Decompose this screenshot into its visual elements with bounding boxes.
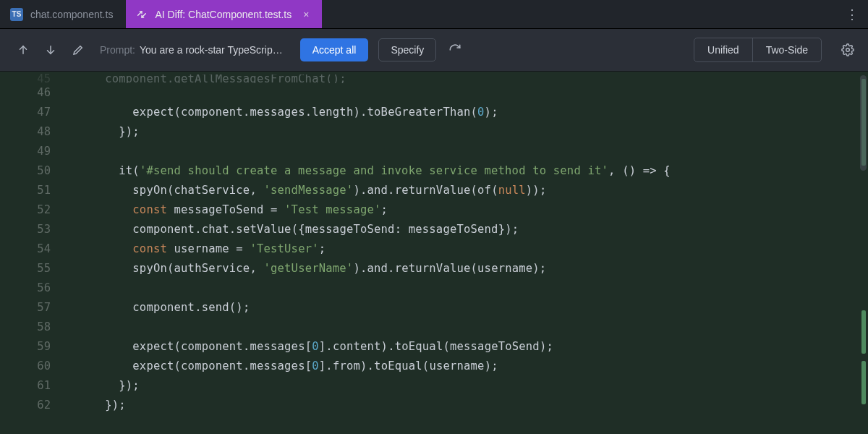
line-number-gutter: 454647484950515253545556575859606162 — [0, 72, 64, 434]
code-line[interactable] — [64, 318, 868, 337]
code-line[interactable]: const username = 'TestUser'; — [64, 239, 868, 259]
line-number: 48 — [0, 122, 51, 142]
code-line[interactable]: }); — [64, 122, 868, 142]
tab-overflow-menu[interactable]: ⋮ — [836, 0, 868, 28]
svg-point-0 — [846, 48, 850, 52]
code-line[interactable]: expect(component.messages[0].content).to… — [64, 337, 868, 357]
edit-prompt-icon[interactable] — [69, 41, 87, 59]
code-content[interactable]: component.getAllMessagesFromChat(); expe… — [64, 72, 868, 434]
tab-label: AI Diff: ChatComponent.test.ts — [155, 9, 292, 20]
code-line[interactable]: const messageToSend = 'Test message'; — [64, 200, 868, 220]
line-number: 59 — [0, 337, 51, 357]
line-number: 52 — [0, 200, 51, 220]
specify-button[interactable]: Specify — [378, 38, 436, 61]
line-number: 62 — [0, 396, 51, 415]
diff-view-toggle: Unified Two-Side — [694, 38, 822, 62]
code-line[interactable]: expect(component.messages[0].from).toEqu… — [64, 357, 868, 376]
code-line[interactable]: spyOn(authService, 'getUserName').and.re… — [64, 259, 868, 278]
tab-ai-diff[interactable]: AI Diff: ChatComponent.test.ts × — [126, 0, 322, 28]
view-two-side-button[interactable]: Two-Side — [752, 38, 821, 61]
line-number: 57 — [0, 298, 51, 318]
code-line[interactable]: it('#send should create a message and in… — [64, 161, 868, 181]
prompt-text: You are a rock-star TypeScrip… — [140, 44, 283, 56]
next-change-icon[interactable] — [42, 41, 59, 59]
line-number: 50 — [0, 161, 51, 181]
regenerate-icon[interactable] — [446, 41, 464, 59]
line-number: 56 — [0, 278, 51, 298]
scrollbar-thumb[interactable] — [860, 75, 867, 171]
diff-toolbar: Prompt: You are a rock-star TypeScrip… A… — [0, 29, 868, 72]
gear-icon[interactable] — [839, 41, 856, 59]
tab-label: chat.component.ts — [30, 9, 113, 20]
code-line[interactable]: spyOn(chatService, 'sendMessage').and.re… — [64, 181, 868, 200]
code-line[interactable] — [64, 142, 868, 161]
code-line[interactable] — [64, 278, 868, 298]
change-marker[interactable] — [861, 361, 866, 404]
line-number: 61 — [0, 376, 51, 396]
line-number: 47 — [0, 103, 51, 122]
accept-all-button[interactable]: Accept all — [300, 38, 369, 61]
prompt-display[interactable]: Prompt: You are a rock-star TypeScrip… — [100, 44, 283, 56]
tab-chat-component[interactable]: TS chat.component.ts — [0, 0, 126, 28]
code-line[interactable]: }); — [64, 396, 868, 415]
view-unified-button[interactable]: Unified — [694, 38, 752, 61]
code-editor[interactable]: 454647484950515253545556575859606162 com… — [0, 72, 868, 434]
code-line[interactable] — [64, 83, 868, 103]
line-number: 60 — [0, 357, 51, 376]
line-number: 46 — [0, 83, 51, 103]
line-number: 54 — [0, 239, 51, 259]
prompt-label: Prompt: — [100, 44, 135, 56]
line-number: 49 — [0, 142, 51, 161]
code-line[interactable]: expect(component.messages.length).toBeGr… — [64, 103, 868, 122]
line-number: 53 — [0, 220, 51, 239]
code-line[interactable]: component.chat.setValue({messageToSend: … — [64, 220, 868, 239]
close-icon[interactable]: × — [303, 9, 309, 20]
prev-change-icon[interactable] — [14, 41, 32, 59]
code-line[interactable]: }); — [64, 376, 868, 396]
line-number: 51 — [0, 181, 51, 200]
line-number: 58 — [0, 318, 51, 337]
tab-bar: TS chat.component.ts AI Diff: ChatCompon… — [0, 0, 868, 29]
ai-diff-icon — [136, 9, 148, 20]
code-line[interactable]: component.send(); — [64, 298, 868, 318]
line-number: 55 — [0, 259, 51, 278]
ts-file-icon: TS — [10, 8, 23, 21]
change-marker[interactable] — [861, 310, 866, 354]
